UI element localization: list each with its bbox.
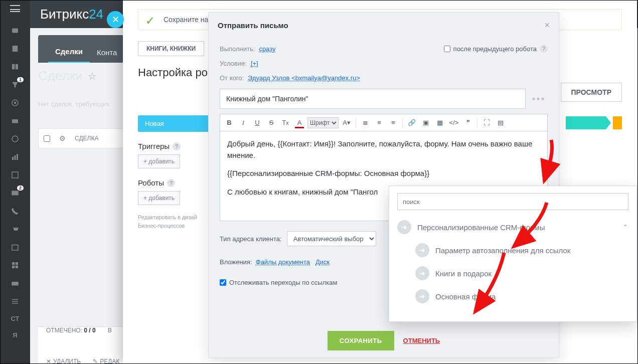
col-deal: СДЕЛКА	[75, 135, 98, 142]
italic-icon[interactable]: I	[237, 117, 249, 129]
brand-name: Битрикс	[40, 7, 89, 22]
footer-edit[interactable]: ✎ РЕДАК	[93, 358, 119, 364]
settings-icon[interactable]: ▤	[495, 117, 507, 129]
rail-check-icon[interactable]	[10, 170, 21, 179]
editor-line: Добрый день, {{Контакт: Имя}}! Заполните…	[227, 138, 540, 161]
rail-doc-icon[interactable]	[10, 44, 21, 53]
arrow-right-icon: ➜	[415, 266, 429, 280]
svg-rect-14	[12, 266, 15, 268]
condition-label: Условие:	[220, 60, 247, 67]
track-links-checkbox[interactable]	[220, 279, 226, 286]
select-all-checkbox[interactable]	[44, 135, 50, 142]
rail-book-icon[interactable]	[10, 62, 21, 71]
code-icon[interactable]: </>	[448, 117, 460, 129]
favorite-icon[interactable]: ☆	[88, 70, 97, 82]
font-select[interactable]: Шрифт	[307, 117, 339, 128]
font-size-icon[interactable]: A▾	[341, 117, 353, 129]
help-icon[interactable]: ?	[540, 45, 548, 53]
picker-item[interactable]: ➜ Книги в подарок	[415, 266, 628, 280]
svg-rect-12	[12, 262, 15, 265]
rail-sliders-icon[interactable]	[10, 297, 21, 306]
quote-icon[interactable]: ❞	[462, 117, 474, 129]
footer-all: В	[108, 327, 112, 334]
picker-item[interactable]: ➜ Параметр автозаполнения для ссылок	[415, 243, 628, 257]
svg-rect-10	[12, 191, 19, 196]
footer-delete[interactable]: ✕ УДАЛИТЬ	[46, 358, 81, 364]
svg-rect-7	[15, 155, 16, 160]
rail-calendar-icon[interactable]	[10, 243, 21, 252]
font-color-icon[interactable]: A	[293, 117, 305, 129]
picker-item-label: Основная форма	[435, 292, 496, 301]
picker-item-label: Книги в подарок	[435, 269, 492, 278]
tab-deals[interactable]: Сделки	[48, 41, 90, 63]
pipeline-button[interactable]: КНИГИ, КНИЖКИ	[138, 41, 204, 56]
close-panel-button[interactable]: ✕	[107, 11, 124, 28]
rail-apps-icon[interactable]	[10, 261, 21, 270]
svg-rect-15	[16, 266, 18, 268]
rail-mail-icon[interactable]: 2	[10, 189, 21, 198]
rail-ct[interactable]: СТ	[11, 315, 19, 322]
add-robot-button[interactable]: + добавить	[138, 191, 180, 205]
strike-icon[interactable]: S	[265, 117, 277, 129]
add-trigger-button[interactable]: + добавить	[138, 154, 180, 168]
align-icon[interactable]: ≡	[387, 117, 399, 129]
rail-cash-icon[interactable]	[10, 279, 21, 288]
attach-disk-link[interactable]: Диск	[315, 258, 330, 266]
svg-rect-0	[12, 29, 18, 33]
condition-link[interactable]: [+]	[251, 60, 258, 67]
help-icon[interactable]: ?	[173, 142, 181, 150]
svg-point-5	[12, 136, 18, 142]
brand-suffix: 24	[89, 7, 103, 22]
rail-cart-icon[interactable]	[10, 225, 21, 234]
tab-contacts[interactable]: Конта	[90, 42, 124, 63]
rail-target-icon[interactable]	[10, 98, 21, 107]
subject-more-icon[interactable]: •••	[530, 89, 548, 109]
menu-icon[interactable]	[10, 5, 20, 12]
fullscreen-icon[interactable]: ⛶	[481, 117, 493, 129]
rail-android-icon[interactable]	[10, 26, 21, 35]
after-prev-checkbox[interactable]	[444, 46, 450, 52]
left-nav-rail: 1 2 СТ Я	[0, 0, 30, 364]
addr-type-label: Тип адреса клиента:	[220, 235, 282, 243]
stage-fail[interactable]	[613, 116, 622, 129]
rail-box-icon[interactable]	[10, 116, 21, 125]
editor-line: {{Персонализированные CRM-формы: Основна…	[227, 168, 540, 179]
after-prev-label: после предыдущего робота	[453, 45, 537, 53]
link-icon[interactable]: 🔗	[406, 117, 418, 129]
bold-icon[interactable]: B	[223, 117, 235, 129]
picker-search-input[interactable]	[397, 193, 628, 210]
cancel-button[interactable]: ОТМЕНИТЬ	[403, 337, 440, 344]
save-button[interactable]: СОХРАНИТЬ	[328, 331, 394, 350]
page-title: Сделки	[38, 68, 83, 84]
rail-badge: 1	[17, 77, 24, 82]
arrow-right-icon: ➜	[415, 243, 429, 257]
bullet-list-icon[interactable]: ≣	[359, 117, 371, 129]
track-links-label: Отслеживать переходы по ссылкам	[229, 279, 337, 286]
rail-funnel-icon[interactable]: 1	[10, 80, 21, 89]
stage-success[interactable]	[566, 116, 611, 129]
picker-item[interactable]: ➜ Основная форма	[415, 289, 628, 303]
modal-close-icon[interactable]: ×	[544, 20, 550, 31]
grid-settings-icon[interactable]: ⚙	[59, 134, 66, 142]
execute-value-link[interactable]: сразу	[259, 45, 275, 53]
rail-clock-icon[interactable]	[10, 134, 21, 143]
from-link[interactable]: Эдуард Узлов <bxmailya@yandex.ru>	[248, 74, 360, 82]
svg-point-3	[14, 102, 17, 104]
subject-input[interactable]	[220, 89, 526, 109]
selected-counter: ОТМЕЧЕНО: 0 / 0	[46, 327, 96, 334]
addr-type-select[interactable]: Автоматический выбор	[287, 231, 376, 246]
arrow-right-icon: ➜	[415, 289, 429, 303]
underline-icon[interactable]: U	[251, 117, 263, 129]
picker-group[interactable]: ➜ Персонализированные CRM-формы ⌃	[397, 220, 628, 234]
table-icon[interactable]: ▦	[434, 117, 446, 129]
svg-rect-1	[13, 46, 18, 52]
image-icon[interactable]: ▣	[420, 117, 432, 129]
preview-button[interactable]: ПРОСМОТР	[561, 83, 622, 102]
rail-ya[interactable]: Я	[13, 331, 17, 339]
rail-phone-icon[interactable]	[10, 207, 21, 216]
number-list-icon[interactable]: ≡	[373, 117, 385, 129]
attach-docs-link[interactable]: Файлы документа	[256, 258, 310, 266]
help-icon[interactable]: ?	[167, 179, 175, 187]
clear-format-icon[interactable]: Tx	[279, 117, 291, 129]
rail-chart-icon[interactable]	[10, 152, 21, 161]
